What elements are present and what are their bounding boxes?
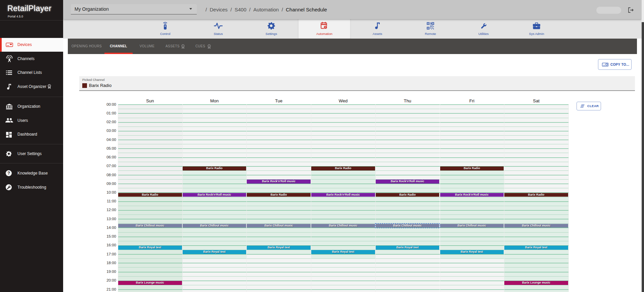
svg-text:?: ? <box>7 171 10 176</box>
